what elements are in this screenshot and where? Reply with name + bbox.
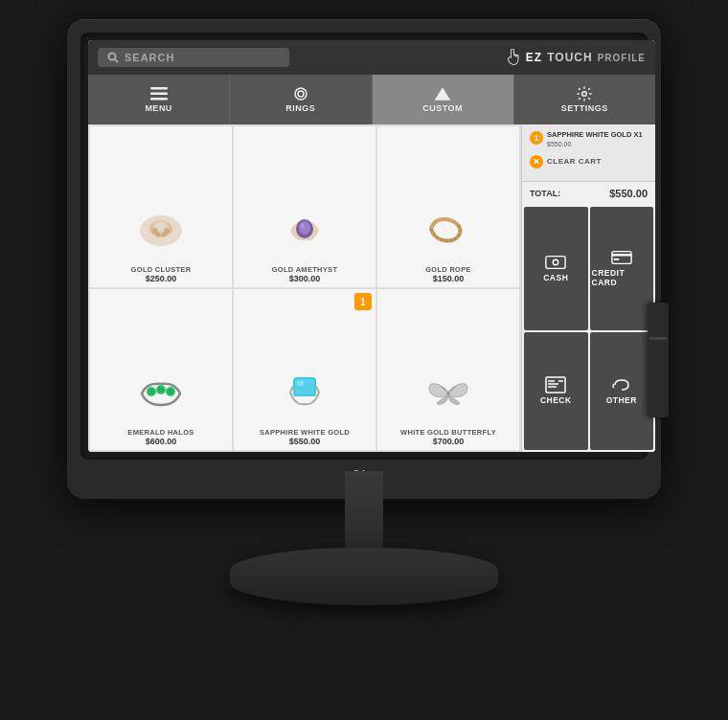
product-name-6: WHITE GOLD BUTTERFLY <box>400 428 496 437</box>
menu-icon <box>149 86 169 101</box>
product-image-6 <box>395 357 502 424</box>
credit-card-label: CREDIT CARD <box>592 268 652 287</box>
credit-card-icon <box>611 250 632 265</box>
total-label: TOTAL: <box>530 189 560 198</box>
product-price-6: $700.00 <box>433 437 465 446</box>
right-panel: 1 SAPPHIRE WHITE GOLD X1 $550.00 ✕ CLEAR… <box>521 124 655 452</box>
other-label: OTHER <box>606 395 637 405</box>
rings-label: RINGS <box>285 103 315 113</box>
svg-point-5 <box>295 88 307 100</box>
product-gold-amethyst[interactable]: GOLD AMETHYST $300.00 <box>234 126 375 287</box>
credit-card-button[interactable]: CREDIT CARD <box>590 207 654 330</box>
settings-icon <box>575 86 594 101</box>
eztouch-logo: EZTOUCH PROFILE <box>504 49 646 66</box>
svg-rect-37 <box>612 251 631 263</box>
nav-bar: MENU RINGS <box>88 75 655 124</box>
ring-icon <box>291 86 310 101</box>
svg-rect-2 <box>150 87 168 90</box>
product-name-3: GOLD ROPE <box>425 265 471 274</box>
monitor-shell: SEARCH EZTOUCH PROFILE <box>67 19 661 499</box>
cash-button[interactable]: CASH <box>524 207 588 330</box>
product-image-1 <box>107 194 215 261</box>
check-icon <box>545 377 566 393</box>
svg-point-16 <box>162 232 167 236</box>
product-image-5 <box>251 357 358 424</box>
svg-point-21 <box>148 388 155 394</box>
cart-item-price: $550.00 <box>547 141 643 147</box>
product-name-2: GOLD AMETHYST <box>272 265 338 274</box>
touch-icon <box>504 49 521 66</box>
payment-buttons: CASH <box>522 205 655 452</box>
product-sapphire-white-gold[interactable]: 1 SAPPHIRE WHITE GOLD <box>234 289 375 450</box>
product-price-1: $250.00 <box>146 274 177 283</box>
nav-custom[interactable]: CUSTOM <box>373 75 514 124</box>
total-section: TOTAL: $550.00 <box>522 182 655 205</box>
check-label: CHECK <box>540 395 572 405</box>
other-icon <box>611 377 632 393</box>
svg-point-0 <box>109 54 116 60</box>
product-name-5: SAPPHIRE WHITE GOLD <box>260 428 350 437</box>
top-bar: SEARCH EZTOUCH PROFILE <box>88 40 655 75</box>
product-grid: GOLD CLUSTER $250.00 <box>88 124 521 452</box>
svg-point-19 <box>301 223 305 229</box>
cash-icon <box>545 255 566 270</box>
stand-base <box>230 548 498 605</box>
product-image-4 <box>107 357 215 424</box>
product-gold-rope[interactable]: GOLD ROPE $150.00 <box>377 126 519 287</box>
product-name-1: GOLD CLUSTER <box>131 265 192 274</box>
total-amount: $550.00 <box>609 188 648 199</box>
receipt-slot <box>649 337 667 340</box>
product-badge-5: 1 <box>354 293 372 310</box>
product-gold-cluster[interactable]: GOLD CLUSTER $250.00 <box>90 126 232 287</box>
svg-rect-33 <box>546 256 565 268</box>
stand-neck <box>345 471 383 557</box>
nav-settings[interactable]: SETTINGS <box>514 75 655 124</box>
pos-terminal: SEARCH EZTOUCH PROFILE <box>0 0 728 720</box>
svg-point-18 <box>299 221 310 235</box>
svg-point-34 <box>554 259 559 265</box>
search-icon <box>107 52 119 63</box>
cart-section: 1 SAPPHIRE WHITE GOLD X1 $550.00 ✕ CLEAR… <box>522 124 655 182</box>
svg-rect-39 <box>614 259 620 260</box>
clear-cart-label: CLEAR CART <box>547 157 602 166</box>
svg-point-8 <box>582 92 587 97</box>
svg-point-15 <box>156 232 161 236</box>
cart-item: 1 SAPPHIRE WHITE GOLD X1 $550.00 <box>530 130 648 147</box>
svg-point-30 <box>446 392 450 395</box>
nav-menu[interactable]: MENU <box>88 75 230 124</box>
profile-text: PROFILE <box>598 53 646 63</box>
product-image-3 <box>395 194 502 261</box>
custom-icon <box>433 86 452 101</box>
product-emerald-halos[interactable]: EMERALD HALOS $600.00 <box>90 289 232 450</box>
ez-bold-text: EZ <box>526 51 542 64</box>
clear-cart-button[interactable]: ✕ CLEAR CART <box>530 155 648 169</box>
svg-point-25 <box>168 388 174 394</box>
cart-item-name: SAPPHIRE WHITE GOLD X1 <box>547 130 643 141</box>
clear-x-icon: ✕ <box>530 155 543 169</box>
product-name-4: EMERALD HALOS <box>127 428 193 437</box>
search-box[interactable]: SEARCH <box>98 48 289 67</box>
svg-rect-3 <box>150 93 168 96</box>
check-button[interactable]: CHECK <box>524 332 588 451</box>
screen: SEARCH EZTOUCH PROFILE <box>88 40 655 452</box>
product-price-3: $150.00 <box>433 274 465 283</box>
svg-rect-40 <box>546 377 565 393</box>
svg-line-1 <box>115 59 118 62</box>
cart-item-number: 1 <box>530 131 543 145</box>
receipt-printer <box>648 303 669 417</box>
product-image-2 <box>251 194 358 261</box>
other-button[interactable]: OTHER <box>590 332 654 451</box>
product-price-5: $550.00 <box>289 437 321 446</box>
svg-point-23 <box>158 386 165 393</box>
menu-label: MENU <box>145 103 172 113</box>
svg-rect-29 <box>297 381 304 386</box>
nav-rings[interactable]: RINGS <box>230 75 372 124</box>
settings-label: SETTINGS <box>561 103 608 113</box>
cash-label: CASH <box>543 273 568 282</box>
main-content: GOLD CLUSTER $250.00 <box>88 124 655 452</box>
search-label: SEARCH <box>125 52 174 63</box>
product-butterfly[interactable]: WHITE GOLD BUTTERFLY $700.00 <box>377 289 519 450</box>
screen-bezel: SEARCH EZTOUCH PROFILE <box>80 33 648 460</box>
svg-point-6 <box>298 91 304 97</box>
product-price-4: $600.00 <box>146 437 177 446</box>
